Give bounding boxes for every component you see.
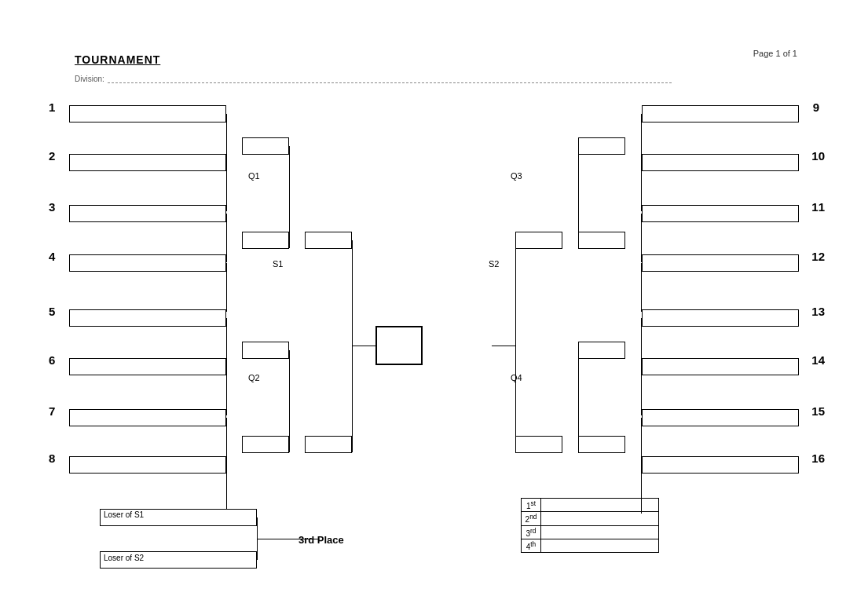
results-row-2: 2nd [522,512,659,525]
results-table: 1st 2nd 3rd 4th [521,498,659,553]
q4-line-v-top [641,318,642,367]
q2-line-v-top [226,318,227,367]
q4b-result-box [578,436,625,453]
seed-14-label: 14 [811,353,825,367]
seed-12-label: 12 [811,250,825,263]
page-title: TOURNAMENT [75,53,160,66]
seed-11-label: 11 [811,200,825,214]
s1-center-line-v [352,240,353,452]
seed-5-label: 5 [49,305,55,318]
q2b-result-box [242,436,289,453]
s2-result-box [515,232,562,249]
q2b-line-v-top [226,418,227,466]
loser-s1-label: Loser of S1 [104,510,144,519]
seed-9-box [642,105,799,122]
seed-13-box [642,309,799,327]
tournament-page: Page 1 of 1 TOURNAMENT Division: 1 2 3 4… [0,0,868,607]
q3-label: Q3 [511,171,522,181]
winner-box [375,326,423,365]
seed-11-box [642,205,799,222]
q4b-line-v-top [641,418,642,466]
s1-line-v-bottom [289,350,290,452]
seed-1-label: 1 [49,101,55,114]
s2-line-v-bottom-r [578,350,579,452]
seed-2-label: 2 [49,149,55,163]
seed-6-label: 6 [49,353,55,367]
seed-14-box [642,358,799,375]
q1-line-v-top [226,114,227,163]
place-3rd: 3rd [522,525,541,539]
q2b-line-v-bottom [226,465,227,514]
q1-line-v-bottom [226,163,227,211]
division-line: Division: [75,75,672,83]
loser-s2-label: Loser of S2 [104,554,144,562]
third-place-label: 3rd Place [298,534,344,546]
s1-label: S1 [273,259,283,269]
place-4th: 4th [522,539,541,552]
results-row-4: 4th [522,539,659,552]
q1-label: Q1 [248,171,260,181]
q4-result-box [578,342,625,359]
q1-result-box [242,137,289,155]
s2-center-line-v [515,240,516,452]
seed-3-box [69,205,226,222]
s1-center-line-h [352,346,375,346]
s1-result-box [305,232,352,249]
s2-center-line-h [492,346,515,346]
seed-8-label: 8 [49,452,55,465]
q1b-line-v-top [226,214,227,262]
q2-result-box [242,342,289,359]
seed-16-label: 16 [811,452,825,465]
page-number: Page 1 of 1 [753,49,797,58]
seed-10-box [642,154,799,171]
seed-6-box [69,358,226,375]
q1b-line-v-bottom [226,263,227,312]
q3-line-v-top [641,114,642,163]
q4-label: Q4 [511,373,522,382]
seed-1-box [69,105,226,122]
s2-label: S2 [489,259,499,269]
seed-4-label: 4 [49,250,55,263]
seed-10-label: 10 [811,149,825,163]
place-1st: 1st [522,499,541,512]
seed-5-box [69,309,226,327]
s2-line-v-top-r [578,146,579,248]
place-2nd: 2nd [522,512,541,525]
seed-16-box [642,456,799,474]
q2-label: Q2 [248,373,260,382]
q2-line-v-bottom [226,367,227,415]
division-label: Division: [75,75,104,83]
seed-15-box [642,409,799,426]
seed-13-label: 13 [811,305,825,318]
s1-line-v-top [289,146,290,248]
s1b-result-box [305,436,352,453]
result-1st [541,499,659,512]
results-row-1: 1st [522,499,659,512]
result-4th [541,539,659,552]
seed-8-box [69,456,226,474]
s2b-result-box [515,436,562,453]
seed-7-label: 7 [49,404,55,418]
q3-result-box [578,137,625,155]
seed-4-box [69,254,226,272]
result-2nd [541,512,659,525]
q4-line-v-bottom [641,367,642,415]
seed-2-box [69,154,226,171]
q3-line-v-bottom [641,163,642,211]
seed-15-label: 15 [811,404,825,418]
seed-7-box [69,409,226,426]
result-3rd [541,525,659,539]
seed-3-label: 3 [49,200,55,214]
q1b-result-box [242,232,289,249]
seed-12-box [642,254,799,272]
seed-9-label: 9 [813,101,819,114]
q3b-result-box [578,232,625,249]
results-row-3: 3rd [522,525,659,539]
division-underline [108,75,672,83]
q3b-line-v-top [641,214,642,262]
q3b-line-v-bottom [641,263,642,312]
